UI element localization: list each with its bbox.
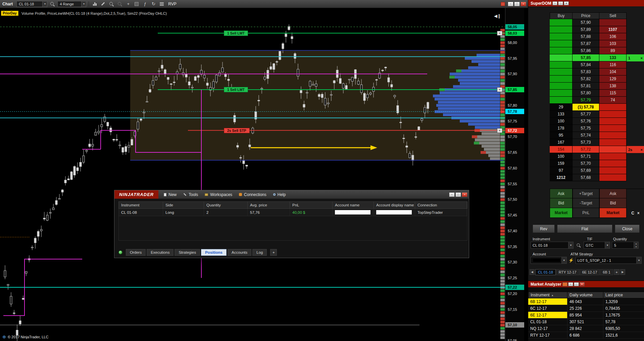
period-combo[interactable]: 4 Range ▼ [57,1,86,7]
dom-sell-cell[interactable] [599,118,627,125]
menu-connections[interactable]: Connections [236,190,270,199]
dom-sell-cell[interactable] [599,125,627,132]
zoom-out-icon[interactable] [116,1,123,7]
tif-combo[interactable]: GTC ▼ [584,242,610,249]
sell-market-button[interactable]: Market [599,208,627,218]
flatten-button[interactable]: Flat [557,225,612,233]
grid-icon[interactable] [133,1,140,7]
ma-row[interactable]: RTY 12-176 6861521,6 [528,332,644,339]
cc-column-header[interactable]: Avg. price [248,202,290,208]
cc-column-header[interactable]: Instrument [119,202,163,208]
pencil-icon[interactable] [100,1,106,7]
close-button[interactable]: × [521,2,526,6]
close-button[interactable]: × [580,282,585,286]
dom-tab-rty-12-17[interactable]: RTY 12-17 [556,269,579,275]
spin-up-icon[interactable]: ▲ [634,242,638,245]
dom-buy-cell[interactable] [550,33,573,40]
cc-column-header[interactable]: PnL [290,202,333,208]
dom-buy-cell[interactable] [550,40,573,47]
collapse-panel-icon[interactable]: ◀❙ [494,13,501,18]
sell-ask-button[interactable]: Ask [599,189,627,198]
ma-row[interactable]: NQ 12-1728 8426385,50 [528,325,644,332]
restore-button[interactable]: □ [514,2,520,6]
menu-new[interactable]: New [160,190,180,199]
cancel-order-icon[interactable]: × [641,148,643,152]
cancel-order-icon[interactable]: × [497,128,502,133]
close-position-button[interactable]: Close [615,225,640,233]
minimize-button[interactable]: − [552,1,557,5]
target-up-button[interactable]: +Target [573,189,599,198]
refresh-icon[interactable]: ↻ [150,1,157,7]
cancel-order-icon[interactable]: × [641,56,643,60]
dom-buy-cell[interactable]: 167 [550,139,573,146]
chart-area[interactable]: PriorDay Volume Profile, PriceLineWH(CL … [0,8,528,341]
minimize-button[interactable]: − [568,282,573,286]
crosshair-icon[interactable]: + [125,1,132,7]
dom-sell-cell[interactable] [599,174,627,181]
cc-column-header[interactable]: Quantity [204,202,248,208]
dom-buy-cell[interactable] [550,47,573,54]
tabs-scroll-left-icon[interactable]: ◀ [530,269,535,275]
buy-bid-button[interactable]: Bid [550,198,573,208]
dom-order-marker[interactable]: 2s× [627,146,644,153]
dom-tab-6e-12-17[interactable]: 6E 12-17 [580,269,600,275]
dom-sell-cell[interactable] [599,160,627,167]
close-button[interactable]: × [462,192,467,197]
dom-sell-cell[interactable]: 103 [599,40,627,47]
dom-sell-cell[interactable] [599,132,627,139]
dom-sell-cell[interactable]: 1107 [599,26,627,33]
dom-sell-cell[interactable] [599,111,627,118]
dom-buy-cell[interactable]: 95 [550,132,573,139]
menu-help[interactable]: Help [270,190,289,199]
dom-sell-cell[interactable]: 115 [599,90,627,97]
dom-buy-cell[interactable]: 1212 [550,174,573,181]
dom-buy-cell[interactable] [550,26,573,33]
dom-buy-cell[interactable] [550,19,573,26]
cc-tab-executions[interactable]: Executions [147,249,174,256]
ma-row[interactable]: 6C 12-1725 2260,78435 [528,305,644,312]
cc-column-header[interactable]: Side [163,202,204,208]
dom-sell-cell[interactable]: 116 [599,61,627,68]
price-axis[interactable]: 58,0558,0358,0057,9557,9057,8557,8057,78… [505,8,524,341]
dom-sell-cell[interactable] [599,146,627,153]
add-tab-button[interactable]: + [270,249,277,256]
minimize-button[interactable]: − [449,192,455,197]
dom-buy-cell[interactable] [550,68,573,76]
dom-sell-cell[interactable] [599,167,627,174]
ma-row[interactable]: CL 01-18307 52157,78 [528,319,644,325]
spin-down-icon[interactable]: ▼ [634,245,638,249]
dom-sell-cell[interactable]: 104 [599,68,627,76]
buy-ask-button[interactable]: Ask [550,189,573,198]
cc-tab-orders[interactable]: Orders [126,249,146,256]
dom-sell-cell[interactable]: 138 [599,83,627,90]
chevron-down-icon[interactable]: ▼ [636,257,641,263]
search-icon[interactable] [49,1,56,7]
dom-sell-cell[interactable]: 89 [599,47,627,54]
dom-buy-cell[interactable] [550,61,573,68]
ma-volume-header[interactable]: Daily volume [567,292,603,298]
cc-column-header[interactable]: Account name [333,202,374,208]
dom-buy-cell[interactable]: 97 [550,167,573,174]
target-down-button[interactable]: -Target [573,198,599,208]
cc-tab-positions[interactable]: Positions [201,249,227,256]
dom-sell-cell[interactable] [599,104,627,111]
dom-sell-cell[interactable]: 133 [599,54,627,61]
instrument-combo[interactable]: CL 01-18 ▼ [16,1,47,7]
dom-order-marker[interactable]: 1× [627,54,644,61]
close-c-button[interactable]: C [631,211,634,215]
cc-column-header[interactable]: Connection [415,202,467,208]
limit-order-label[interactable]: 1 Sell LMT [224,87,248,92]
dom-buy-cell[interactable]: 100 [550,118,573,125]
function-icon[interactable]: ƒ [142,1,148,7]
superdom-titlebar[interactable]: SuperDOM − □ × [528,0,644,6]
ma-last-price-header[interactable]: Last price [603,292,644,298]
bar-chart-icon[interactable] [91,1,98,7]
cc-tab-accounts[interactable]: Accounts [228,249,251,256]
add-instrument-tab-button[interactable]: + [614,269,620,275]
list-icon[interactable] [158,1,165,7]
atm-strategy-combo[interactable]: LOT 5_STOP_12 - 1 ▼ [576,257,642,264]
dom-tab-6b-1[interactable]: 6B 1 [600,269,613,275]
menu-tools[interactable]: Tools [180,190,201,199]
dom-buy-cell[interactable] [550,90,573,97]
chevron-down-icon[interactable]: ▼ [605,242,610,248]
